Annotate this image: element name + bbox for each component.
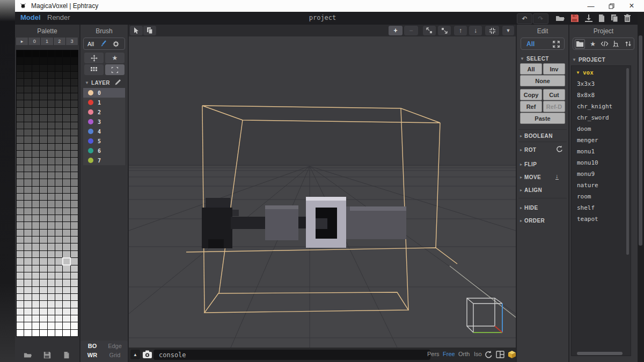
expand-icon[interactable] xyxy=(553,40,560,47)
palette-swatch[interactable] xyxy=(55,315,62,322)
palette-swatch[interactable] xyxy=(71,201,78,207)
palette-swatch[interactable] xyxy=(32,201,39,207)
palette-swatch[interactable] xyxy=(71,129,78,136)
layer-color-dot[interactable] xyxy=(88,148,93,153)
palette-swatch[interactable] xyxy=(32,315,39,322)
palette-swatch[interactable] xyxy=(17,122,24,129)
palette-swatch[interactable] xyxy=(48,243,55,250)
clipboard-icon[interactable] xyxy=(143,26,156,35)
palette-swatch[interactable] xyxy=(63,158,70,164)
palette-swatch[interactable] xyxy=(55,122,62,129)
palette-swatch[interactable] xyxy=(48,208,55,215)
palette-swatch[interactable] xyxy=(63,86,70,93)
palette-swatch[interactable] xyxy=(40,108,47,114)
palette-swatch[interactable] xyxy=(32,222,39,228)
palette-swatch[interactable] xyxy=(63,272,70,279)
project-folder-vox[interactable]: ▼ vox xyxy=(576,69,594,76)
palette-swatch[interactable] xyxy=(40,194,47,200)
palette-swatch[interactable] xyxy=(55,79,62,85)
palette-swatch[interactable] xyxy=(48,136,55,143)
palette-swatch[interactable] xyxy=(48,322,55,329)
viewport-dropdown-button[interactable]: ▼ xyxy=(502,26,514,35)
palette-swatch[interactable] xyxy=(63,258,70,264)
section-select[interactable]: ▼ SELECT xyxy=(520,56,549,62)
palette-swatch[interactable] xyxy=(24,243,31,250)
palette-swatch[interactable] xyxy=(55,215,62,221)
palette-swatch[interactable] xyxy=(17,194,24,200)
palette-swatch[interactable] xyxy=(32,151,39,157)
palette-swatch[interactable] xyxy=(63,122,70,129)
palette-swatch[interactable] xyxy=(24,279,31,286)
palette-swatch[interactable] xyxy=(55,86,62,93)
project-code-icon[interactable] xyxy=(601,40,609,48)
camera-mode-orth[interactable]: Orth xyxy=(458,351,470,357)
palette-swatch[interactable] xyxy=(40,172,47,179)
palette-swatch[interactable] xyxy=(71,208,78,215)
palette-swatch[interactable] xyxy=(32,330,39,336)
select-copy-button[interactable]: Copy xyxy=(520,89,542,100)
palette-swatch[interactable] xyxy=(71,122,78,129)
palette-swatch[interactable] xyxy=(32,108,39,114)
palette-swatch[interactable] xyxy=(24,187,31,193)
palette-swatch[interactable] xyxy=(17,322,24,329)
palette-swatch[interactable] xyxy=(32,287,39,293)
palette-swatch[interactable] xyxy=(24,222,31,228)
palette-swatch[interactable] xyxy=(17,50,24,57)
palette-save-icon[interactable] xyxy=(43,351,52,359)
palette-swatch[interactable] xyxy=(40,158,47,164)
palette-swatch[interactable] xyxy=(17,158,24,164)
palette-swatch[interactable] xyxy=(24,315,31,322)
viewport-3d-scene[interactable] xyxy=(129,36,516,348)
select-ref-button[interactable]: Ref xyxy=(520,101,542,112)
palette-swatch[interactable] xyxy=(32,100,39,107)
palette-swatch[interactable] xyxy=(40,79,47,85)
palette-swatch[interactable] xyxy=(55,237,62,243)
palette-swatch[interactable] xyxy=(40,165,47,172)
palette-swatch[interactable] xyxy=(17,100,24,107)
palette-swatch[interactable] xyxy=(63,151,70,157)
palette-swatch[interactable] xyxy=(71,251,78,257)
flag-bo[interactable]: BO xyxy=(80,343,104,349)
palette-swatch[interactable] xyxy=(55,172,62,179)
project-item-monu9[interactable]: monu9 xyxy=(577,171,595,178)
layer-row-2[interactable]: 2 xyxy=(83,107,125,117)
palette-swatch[interactable] xyxy=(17,294,24,300)
console-expand-button[interactable]: ▲ xyxy=(130,350,140,359)
palette-swatch[interactable] xyxy=(17,301,24,307)
palette-open-icon[interactable] xyxy=(24,351,32,359)
palette-swatch[interactable] xyxy=(32,194,39,200)
palette-swatch[interactable] xyxy=(63,136,70,143)
palette-swatch[interactable] xyxy=(17,315,24,322)
palette-swatch[interactable] xyxy=(55,57,62,64)
palette-swatch[interactable] xyxy=(32,237,39,243)
palette-swatch[interactable] xyxy=(24,294,31,300)
open-folder-icon[interactable] xyxy=(555,14,565,23)
palette-swatch[interactable] xyxy=(55,100,62,107)
palette-swatch[interactable] xyxy=(17,243,24,250)
palette-swatch[interactable] xyxy=(24,258,31,264)
flag-edge[interactable]: Edge xyxy=(104,343,126,349)
palette-swatch[interactable] xyxy=(48,230,55,236)
palette-swatch[interactable] xyxy=(63,308,70,315)
palette-swatch[interactable] xyxy=(71,158,78,164)
layer-row-6[interactable]: 6 xyxy=(83,146,125,156)
palette-swatch[interactable] xyxy=(48,308,55,315)
palette-swatch[interactable] xyxy=(48,129,55,136)
palette-swatch[interactable] xyxy=(32,187,39,193)
palette-swatch[interactable] xyxy=(24,115,31,121)
layer-section-header[interactable]: ▼ LAYER xyxy=(85,80,110,86)
palette-swatch[interactable] xyxy=(55,187,62,193)
palette-swatch[interactable] xyxy=(24,100,31,107)
layer-row-7[interactable]: 7 xyxy=(83,156,125,165)
palette-swatch[interactable] xyxy=(55,165,62,172)
palette-swatch[interactable] xyxy=(40,201,47,207)
tool-marquee-button[interactable] xyxy=(105,64,125,75)
palette-swatch[interactable] xyxy=(48,279,55,286)
palette-swatch[interactable] xyxy=(71,265,78,272)
palette-swatch[interactable] xyxy=(71,243,78,250)
palette-swatch[interactable] xyxy=(24,179,31,186)
palette-swatch[interactable] xyxy=(55,294,62,300)
select-inv-button[interactable]: Inv xyxy=(543,63,565,75)
palette-swatch[interactable] xyxy=(32,301,39,307)
palette-swatch[interactable] xyxy=(55,322,62,329)
